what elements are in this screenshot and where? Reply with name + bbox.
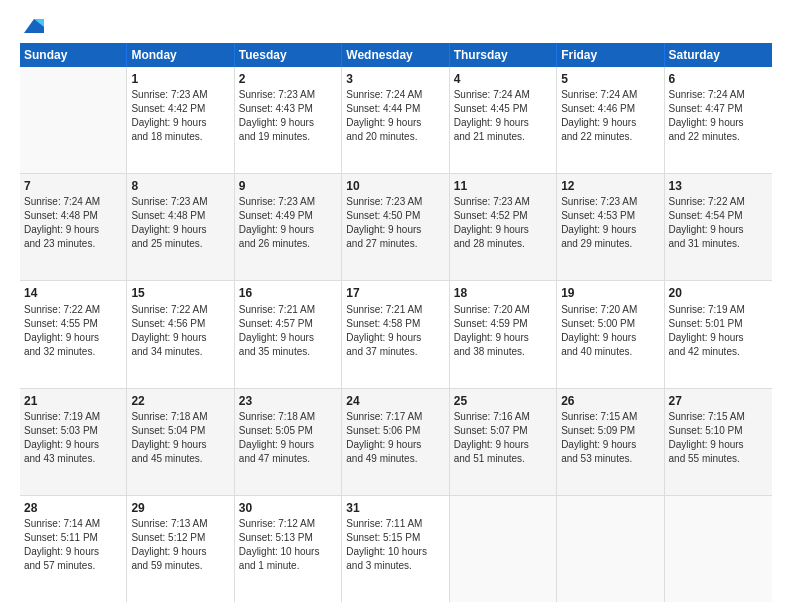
cell-text: and 29 minutes. xyxy=(561,237,659,251)
day-number: 8 xyxy=(131,178,229,194)
cell-text: Daylight: 9 hours xyxy=(669,438,768,452)
cell-text: and 38 minutes. xyxy=(454,345,552,359)
cell-text: Daylight: 9 hours xyxy=(346,438,444,452)
calendar-body: 1Sunrise: 7:23 AMSunset: 4:42 PMDaylight… xyxy=(20,67,772,602)
cell-text: Sunrise: 7:23 AM xyxy=(131,88,229,102)
cell-text: and 27 minutes. xyxy=(346,237,444,251)
cell-text: Daylight: 9 hours xyxy=(239,116,337,130)
calendar-cell xyxy=(450,496,557,602)
cell-text: Sunrise: 7:12 AM xyxy=(239,517,337,531)
cell-text: Daylight: 9 hours xyxy=(131,223,229,237)
calendar-cell: 13Sunrise: 7:22 AMSunset: 4:54 PMDayligh… xyxy=(665,174,772,280)
cell-text: Sunrise: 7:22 AM xyxy=(24,303,122,317)
cell-text: Sunrise: 7:13 AM xyxy=(131,517,229,531)
calendar-cell xyxy=(557,496,664,602)
cell-text: and 34 minutes. xyxy=(131,345,229,359)
cell-text: Sunrise: 7:23 AM xyxy=(561,195,659,209)
calendar-cell: 8Sunrise: 7:23 AMSunset: 4:48 PMDaylight… xyxy=(127,174,234,280)
day-number: 10 xyxy=(346,178,444,194)
calendar-cell: 17Sunrise: 7:21 AMSunset: 4:58 PMDayligh… xyxy=(342,281,449,387)
cell-text: and 19 minutes. xyxy=(239,130,337,144)
cell-text: Sunrise: 7:21 AM xyxy=(239,303,337,317)
day-number: 11 xyxy=(454,178,552,194)
cell-text: Daylight: 9 hours xyxy=(24,331,122,345)
cell-text: and 25 minutes. xyxy=(131,237,229,251)
cell-text: Sunrise: 7:22 AM xyxy=(131,303,229,317)
cell-text: Sunset: 5:00 PM xyxy=(561,317,659,331)
cell-text: Daylight: 9 hours xyxy=(24,223,122,237)
calendar-page: SundayMondayTuesdayWednesdayThursdayFrid… xyxy=(0,0,792,612)
cell-text: and 20 minutes. xyxy=(346,130,444,144)
cell-text: Daylight: 9 hours xyxy=(24,545,122,559)
cell-text: Sunset: 5:11 PM xyxy=(24,531,122,545)
cell-text: Daylight: 9 hours xyxy=(131,545,229,559)
cal-header-thursday: Thursday xyxy=(450,43,557,67)
cell-text: Sunrise: 7:24 AM xyxy=(346,88,444,102)
calendar-cell: 30Sunrise: 7:12 AMSunset: 5:13 PMDayligh… xyxy=(235,496,342,602)
day-number: 16 xyxy=(239,285,337,301)
cell-text: Sunrise: 7:19 AM xyxy=(669,303,768,317)
cell-text: Sunrise: 7:23 AM xyxy=(131,195,229,209)
cell-text: and 22 minutes. xyxy=(561,130,659,144)
cell-text: Daylight: 9 hours xyxy=(561,116,659,130)
cell-text: Sunset: 5:07 PM xyxy=(454,424,552,438)
calendar-cell: 15Sunrise: 7:22 AMSunset: 4:56 PMDayligh… xyxy=(127,281,234,387)
cell-text: Sunrise: 7:11 AM xyxy=(346,517,444,531)
cal-header-sunday: Sunday xyxy=(20,43,127,67)
cell-text: Sunset: 4:47 PM xyxy=(669,102,768,116)
cell-text: Daylight: 9 hours xyxy=(454,438,552,452)
day-number: 31 xyxy=(346,500,444,516)
cell-text: Sunset: 4:55 PM xyxy=(24,317,122,331)
cell-text: Sunrise: 7:19 AM xyxy=(24,410,122,424)
calendar-week-5: 28Sunrise: 7:14 AMSunset: 5:11 PMDayligh… xyxy=(20,496,772,602)
calendar-cell: 22Sunrise: 7:18 AMSunset: 5:04 PMDayligh… xyxy=(127,389,234,495)
cell-text: and 21 minutes. xyxy=(454,130,552,144)
cell-text: Sunrise: 7:20 AM xyxy=(561,303,659,317)
calendar-cell: 19Sunrise: 7:20 AMSunset: 5:00 PMDayligh… xyxy=(557,281,664,387)
cell-text: Sunset: 4:42 PM xyxy=(131,102,229,116)
cell-text: and 40 minutes. xyxy=(561,345,659,359)
cell-text: Sunset: 5:06 PM xyxy=(346,424,444,438)
logo xyxy=(20,15,44,33)
cell-text: Sunrise: 7:17 AM xyxy=(346,410,444,424)
day-number: 1 xyxy=(131,71,229,87)
calendar-cell: 20Sunrise: 7:19 AMSunset: 5:01 PMDayligh… xyxy=(665,281,772,387)
logo-icon xyxy=(22,15,44,37)
cell-text: Daylight: 9 hours xyxy=(669,116,768,130)
calendar-cell: 27Sunrise: 7:15 AMSunset: 5:10 PMDayligh… xyxy=(665,389,772,495)
cell-text: Sunrise: 7:24 AM xyxy=(561,88,659,102)
cell-text: and 53 minutes. xyxy=(561,452,659,466)
cell-text: Sunset: 5:15 PM xyxy=(346,531,444,545)
calendar-cell xyxy=(665,496,772,602)
cell-text: Sunset: 4:48 PM xyxy=(131,209,229,223)
cell-text: Sunset: 4:44 PM xyxy=(346,102,444,116)
day-number: 23 xyxy=(239,393,337,409)
cell-text: and 23 minutes. xyxy=(24,237,122,251)
day-number: 27 xyxy=(669,393,768,409)
cell-text: Daylight: 9 hours xyxy=(669,331,768,345)
cell-text: Daylight: 9 hours xyxy=(131,438,229,452)
cell-text: and 3 minutes. xyxy=(346,559,444,573)
calendar-cell: 28Sunrise: 7:14 AMSunset: 5:11 PMDayligh… xyxy=(20,496,127,602)
day-number: 7 xyxy=(24,178,122,194)
cell-text: and 26 minutes. xyxy=(239,237,337,251)
cell-text: Sunrise: 7:23 AM xyxy=(346,195,444,209)
cell-text: Sunset: 4:45 PM xyxy=(454,102,552,116)
calendar-cell: 12Sunrise: 7:23 AMSunset: 4:53 PMDayligh… xyxy=(557,174,664,280)
cell-text: Sunset: 4:43 PM xyxy=(239,102,337,116)
cell-text: and 37 minutes. xyxy=(346,345,444,359)
cell-text: and 18 minutes. xyxy=(131,130,229,144)
cell-text: Sunset: 4:57 PM xyxy=(239,317,337,331)
cell-text: Sunrise: 7:24 AM xyxy=(669,88,768,102)
cell-text: Sunset: 5:10 PM xyxy=(669,424,768,438)
cell-text: Daylight: 10 hours xyxy=(239,545,337,559)
day-number: 15 xyxy=(131,285,229,301)
cell-text: Daylight: 9 hours xyxy=(346,331,444,345)
cell-text: Sunrise: 7:21 AM xyxy=(346,303,444,317)
cell-text: and 42 minutes. xyxy=(669,345,768,359)
cell-text: and 59 minutes. xyxy=(131,559,229,573)
cal-header-monday: Monday xyxy=(127,43,234,67)
cell-text: Sunrise: 7:15 AM xyxy=(669,410,768,424)
calendar-cell: 7Sunrise: 7:24 AMSunset: 4:48 PMDaylight… xyxy=(20,174,127,280)
cal-header-friday: Friday xyxy=(557,43,664,67)
